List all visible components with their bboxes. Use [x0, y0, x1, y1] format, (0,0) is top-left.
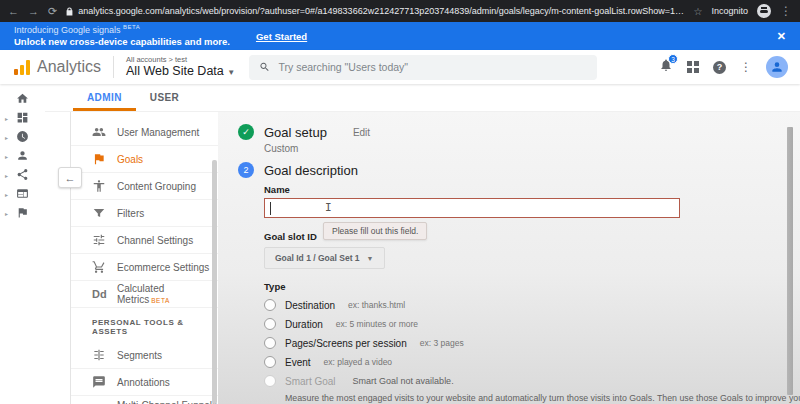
browser-menu-icon[interactable]: ⋮	[780, 4, 792, 18]
reload-icon[interactable]: ⟳	[48, 6, 57, 17]
nav-rail: ▸ ▸ ▸ ▸ ▸ ▸	[0, 84, 45, 404]
radio-duration[interactable]: Duration ex: 5 minutes or more	[264, 318, 800, 330]
more-options-icon[interactable]: ⋮	[740, 60, 752, 74]
expand-chevron-icon: ▸	[5, 171, 8, 178]
step-complete-icon: ✓	[238, 124, 254, 140]
sidebar-item-filters[interactable]: Filters	[71, 200, 218, 227]
browser-chrome: ← → ⟳ analytics.google.com/analytics/web…	[0, 0, 800, 22]
admin-tabbar: ADMIN USER	[45, 84, 800, 112]
sidebar-item-segments[interactable]: Segments	[71, 342, 218, 369]
grouping-icon	[92, 179, 106, 193]
sidebar-item-goals[interactable]: Goals	[71, 146, 218, 173]
incognito-label: Incognito	[711, 6, 748, 16]
nav-behavior[interactable]: ▸	[0, 184, 45, 203]
get-started-link[interactable]: Get Started	[256, 31, 307, 42]
sidebar-item-user-management[interactable]: User Management	[71, 119, 218, 146]
flag-icon	[92, 152, 106, 166]
notification-badge: 3	[668, 54, 678, 64]
sidebar-item-content-grouping[interactable]: Content Grouping	[71, 173, 218, 200]
smart-goal-status: Smart Goal not available.	[353, 376, 454, 386]
radio-destination[interactable]: Destination ex: thanks.html	[264, 299, 800, 311]
url-text: analytics.google.com/analytics/web/provi…	[78, 6, 684, 16]
radio-event[interactable]: Event ex: played a video	[264, 356, 800, 368]
clock-icon	[16, 130, 29, 143]
banner-subtitle: Unlock new cross-device capabilities and…	[14, 36, 230, 48]
collapse-sidebar-button[interactable]: ←	[58, 167, 82, 188]
goal-slot-dropdown[interactable]: Goal Id 1 / Goal Set 1 ▼	[264, 247, 385, 269]
nav-audience[interactable]: ▸	[0, 146, 45, 165]
expand-chevron-icon: ▸	[5, 209, 8, 216]
tab-admin[interactable]: ADMIN	[73, 84, 136, 111]
goal-setup-value: Custom	[264, 143, 800, 154]
sidebar-item-ecommerce-settings[interactable]: Ecommerce Settings	[71, 254, 218, 281]
product-name: Analytics	[37, 58, 101, 76]
text-caret	[270, 202, 271, 215]
nav-realtime[interactable]: ▸	[0, 127, 45, 146]
nav-acquisition[interactable]: ▸	[0, 165, 45, 184]
incognito-icon	[757, 4, 771, 18]
sidebar-section-header: PERSONAL TOOLS & ASSETS	[71, 308, 218, 342]
chevron-down-icon: ▼	[227, 68, 235, 77]
search-icon	[259, 61, 270, 73]
expand-chevron-icon: ▸	[5, 152, 8, 159]
account-picker[interactable]: All accounts > test All Web Site Data ▼	[126, 56, 235, 79]
analytics-logo-icon	[14, 59, 30, 75]
share-icon	[16, 168, 29, 181]
cursor-ibeam: I	[325, 201, 332, 214]
apps-grid-icon[interactable]	[687, 61, 699, 73]
comment-icon	[92, 375, 106, 389]
edit-link[interactable]: Edit	[353, 127, 370, 138]
cart-icon	[92, 260, 106, 274]
expand-chevron-icon: ▸	[5, 190, 8, 197]
tune-icon	[92, 233, 106, 247]
people-icon	[92, 125, 106, 139]
back-icon[interactable]: ←	[8, 6, 19, 17]
goal-name-field[interactable]: I Please fill out this field.	[264, 198, 680, 218]
arrow-left-icon: ←	[65, 172, 76, 184]
forward-icon[interactable]: →	[28, 6, 39, 17]
help-icon[interactable]: ?	[713, 61, 726, 74]
sidebar-item-calculated-metrics[interactable]: Dd Calculated MetricsBETA	[71, 281, 218, 308]
banner-title: Introducing Google signals	[14, 25, 121, 35]
notifications-button[interactable]: 3	[659, 58, 673, 76]
validation-tooltip: Please fill out this field.	[323, 222, 427, 240]
step-number-icon: 2	[238, 162, 254, 178]
radio-icon[interactable]	[264, 299, 276, 311]
sidebar-scrollbar[interactable]	[212, 160, 217, 404]
screen: ← → ⟳ analytics.google.com/analytics/web…	[0, 0, 800, 404]
nav-conversions[interactable]: ▸	[0, 203, 45, 222]
type-label: Type	[264, 281, 800, 292]
nav-customization[interactable]: ▸	[0, 108, 45, 127]
radio-icon[interactable]	[264, 318, 276, 330]
home-icon	[16, 92, 29, 105]
radio-smart-goal: Smart Goal Smart Goal not available.	[264, 375, 800, 387]
search-bar[interactable]	[249, 55, 597, 80]
goal-editor: ✓ Goal setup Edit Custom 2 Goal descript…	[218, 112, 800, 404]
segments-icon	[92, 348, 106, 362]
search-input[interactable]	[278, 61, 587, 73]
goal-setup-title: Goal setup	[264, 125, 327, 140]
radio-pages-per-session[interactable]: Pages/Screens per session ex: 3 pages	[264, 337, 800, 349]
radio-icon[interactable]	[264, 337, 276, 349]
dashboard-icon	[16, 111, 29, 124]
tab-user[interactable]: USER	[136, 84, 193, 111]
banner-beta-badge: BETA	[123, 24, 140, 30]
bookmark-star-icon[interactable]: ☆	[694, 6, 703, 17]
page-scrollbar[interactable]	[787, 127, 793, 395]
admin-sidebar: ← User Management Goals Content Grouping…	[45, 112, 218, 404]
sidebar-item-annotations[interactable]: Annotations	[71, 369, 218, 396]
expand-chevron-icon: ▸	[5, 114, 8, 121]
dd-icon: Dd	[92, 288, 106, 300]
goal-description-title: Goal description	[264, 163, 358, 178]
account-breadcrumb: All accounts > test	[126, 56, 235, 65]
avatar[interactable]	[766, 56, 788, 78]
banner-close-icon[interactable]: ✕	[777, 30, 786, 43]
person-icon	[16, 149, 29, 162]
radio-icon[interactable]	[264, 356, 276, 368]
beta-badge: BETA	[151, 297, 170, 304]
url-bar[interactable]: analytics.google.com/analytics/web/provi…	[66, 6, 684, 16]
sidebar-item-channel-settings[interactable]: Channel Settings	[71, 227, 218, 254]
sidebar-item-mcf-settings[interactable]: Multi-Channel Funnels Settings	[71, 396, 218, 404]
nav-home[interactable]	[0, 89, 45, 108]
pages-icon	[16, 187, 29, 200]
